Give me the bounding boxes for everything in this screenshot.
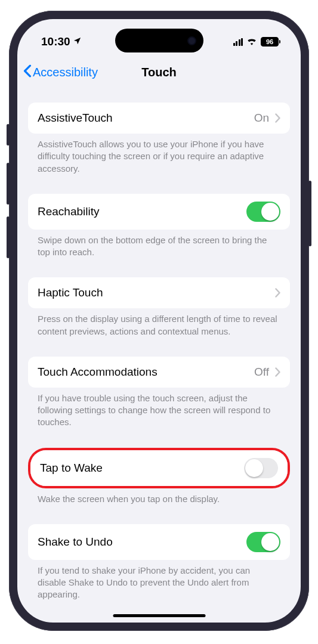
- home-indicator[interactable]: [113, 614, 205, 617]
- toggle-reachability[interactable]: [246, 202, 280, 222]
- row-footer: Wake the screen when you tap on the disp…: [28, 488, 290, 518]
- battery-icon: 96: [261, 37, 280, 47]
- settings-content: AssistiveTouch On AssistiveTouch allows …: [17, 88, 301, 614]
- row-footer: If you tend to shake your iPhone by acci…: [28, 560, 290, 614]
- battery-level: 96: [266, 38, 273, 45]
- chevron-left-icon: [23, 64, 32, 80]
- row-label: Shake to Undo: [38, 535, 113, 549]
- wifi-icon: [246, 35, 257, 48]
- row-touch-accommodations[interactable]: Touch Accommodations Off: [28, 357, 290, 388]
- power-button: [308, 181, 311, 246]
- chevron-right-icon: [275, 367, 280, 377]
- silent-switch: [7, 124, 10, 145]
- row-label: Reachability: [38, 205, 100, 218]
- status-time: 10:30: [41, 35, 70, 48]
- row-label: Haptic Touch: [38, 286, 103, 299]
- row-label: AssistiveTouch: [38, 112, 113, 125]
- toggle-shake-to-undo[interactable]: [246, 532, 280, 552]
- row-footer: If you have trouble using the touch scre…: [28, 388, 290, 442]
- volume-down-button: [7, 216, 10, 258]
- row-haptic-touch[interactable]: Haptic Touch: [28, 277, 290, 308]
- nav-bar: Accessibility Touch: [17, 56, 301, 88]
- highlight-annotation: Tap to Wake: [28, 448, 290, 488]
- row-value: Off: [254, 366, 269, 379]
- row-shake-to-undo[interactable]: Shake to Undo: [28, 524, 290, 560]
- volume-up-button: [7, 163, 10, 205]
- row-footer: AssistiveTouch allows you to use your iP…: [28, 134, 290, 188]
- back-label: Accessibility: [33, 66, 98, 79]
- row-reachability[interactable]: Reachability: [28, 194, 290, 230]
- back-button[interactable]: Accessibility: [23, 64, 98, 80]
- row-footer: Press on the display using a different l…: [28, 308, 290, 351]
- chevron-right-icon: [275, 113, 280, 123]
- row-label: Tap to Wake: [40, 462, 103, 475]
- row-footer: Swipe down on the bottom edge of the scr…: [28, 230, 290, 272]
- row-tap-to-wake[interactable]: Tap to Wake: [30, 450, 288, 486]
- row-value: On: [254, 112, 269, 125]
- location-icon: [73, 35, 82, 48]
- toggle-tap-to-wake[interactable]: [244, 458, 278, 478]
- row-label: Touch Accommodations: [38, 366, 158, 379]
- chevron-right-icon: [275, 288, 280, 298]
- cellular-icon: [233, 38, 243, 46]
- row-assistivetouch[interactable]: AssistiveTouch On: [28, 103, 290, 134]
- screen: 10:30 96: [17, 19, 301, 623]
- dynamic-island: [115, 29, 203, 52]
- phone-frame: 10:30 96: [9, 11, 309, 631]
